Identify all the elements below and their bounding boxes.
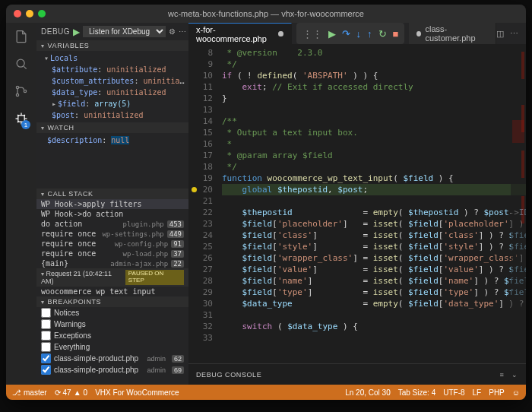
close-window-button[interactable] xyxy=(14,10,21,17)
code-line[interactable]: $field['value'] = isset( $field['value']… xyxy=(222,264,526,275)
line-number[interactable]: 10 xyxy=(188,70,213,81)
variable-row[interactable]: ▸$field: array(5) xyxy=(44,98,188,109)
line-number[interactable]: 21 xyxy=(188,195,213,207)
line-number[interactable]: 20 xyxy=(188,184,213,195)
line-number[interactable]: 18 xyxy=(188,161,213,173)
split-editor-icon[interactable]: ◫ xyxy=(496,29,504,39)
line-number[interactable]: 26 xyxy=(188,252,213,264)
callstack-row[interactable]: require_oncewp-settings.php449 xyxy=(36,229,188,239)
locals-header[interactable]: ▾Locals xyxy=(44,52,188,64)
breakpoint-checkbox[interactable] xyxy=(41,319,51,329)
code-line[interactable]: switch ( $data_type ) { xyxy=(222,321,526,332)
tab-main-file[interactable]: x-for-woocommerce.php xyxy=(188,23,292,44)
line-number[interactable]: 22 xyxy=(188,207,213,218)
code-line[interactable]: } xyxy=(222,93,526,104)
code-line[interactable] xyxy=(222,104,526,116)
line-number[interactable]: 28 xyxy=(188,275,213,287)
breakpoint-checkbox[interactable] xyxy=(41,365,51,375)
code-line[interactable]: $field['type'] = isset( $field['type'] )… xyxy=(222,287,526,298)
more-actions-icon[interactable]: ⋯ xyxy=(510,29,518,39)
callstack-current[interactable]: woocommerce_wp_text_input xyxy=(36,287,188,296)
code-line[interactable]: */ xyxy=(222,161,526,173)
line-number[interactable]: 16 xyxy=(188,138,213,150)
line-number[interactable]: 14 xyxy=(188,116,213,127)
variable-row[interactable]: $attribute: uninitialized xyxy=(44,64,188,75)
debug-console-panel[interactable]: DEBUG CONSOLE ≡ ⌄ xyxy=(188,363,526,385)
debug-icon[interactable] xyxy=(14,111,29,128)
breakpoint-checkbox[interactable] xyxy=(41,331,51,341)
language-mode[interactable]: PHP xyxy=(489,388,505,397)
breakpoint-checkbox[interactable] xyxy=(41,342,51,352)
maximize-window-button[interactable] xyxy=(38,10,46,17)
source-control-icon[interactable] xyxy=(14,84,29,100)
explorer-icon[interactable] xyxy=(14,29,29,46)
encoding[interactable]: UTF-8 xyxy=(443,388,464,397)
code-line[interactable]: $field['name'] = isset( $field['name'] )… xyxy=(222,275,526,287)
restart-button[interactable]: ↻ xyxy=(378,28,387,40)
minimize-window-button[interactable] xyxy=(26,10,33,17)
breakpoint-row[interactable]: class-simple-product.phpadmin69 xyxy=(36,364,188,376)
line-number[interactable]: 17 xyxy=(188,150,213,161)
callstack-section-header[interactable]: ▾CALL STACK xyxy=(36,189,188,199)
debug-more-icon[interactable]: ⋯ xyxy=(179,27,186,36)
line-number[interactable]: 32 xyxy=(188,321,213,332)
step-into-button[interactable]: ↓ xyxy=(356,28,362,40)
variable-row[interactable]: $post: uninitialized xyxy=(44,109,188,121)
code-line[interactable]: $field['class'] = isset( $field['class']… xyxy=(222,230,526,241)
code-line[interactable]: $field['placeholder'] = isset( $field['p… xyxy=(222,218,526,230)
line-number[interactable]: 9 xyxy=(188,59,213,70)
debug-settings-icon[interactable]: ⚙ xyxy=(169,27,176,36)
step-out-button[interactable]: ↑ xyxy=(367,28,372,40)
watch-row[interactable]: $description: null xyxy=(47,135,188,146)
line-number[interactable]: 30 xyxy=(188,298,213,309)
variable-row[interactable]: $custom_attributes: uninitialized xyxy=(44,75,188,87)
callstack-row[interactable]: do_actionplugin.php453 xyxy=(36,219,188,229)
line-number[interactable]: 11 xyxy=(188,81,213,93)
code-line[interactable]: $data_type = empty( $field['data_type'] … xyxy=(222,298,526,309)
start-debug-button[interactable]: ▶ xyxy=(73,27,80,37)
variable-row[interactable]: $data_type: uninitialized xyxy=(44,87,188,98)
line-number[interactable]: 24 xyxy=(188,230,213,241)
variables-section-header[interactable]: ▾VARIABLES xyxy=(36,40,188,51)
line-number[interactable]: 25 xyxy=(188,241,213,252)
breakpoint-row[interactable]: Exceptions xyxy=(36,330,188,341)
line-number[interactable]: 8 xyxy=(188,47,213,59)
callstack-row[interactable]: require_oncewp-config.php91 xyxy=(36,239,188,249)
code-line[interactable]: * xyxy=(222,138,526,150)
breakpoint-row[interactable]: Everything xyxy=(36,341,188,353)
code-line[interactable] xyxy=(222,195,526,207)
step-over-button[interactable]: ↷ xyxy=(342,28,350,40)
callstack-row[interactable]: {main}admin-ajax.php22 xyxy=(36,258,188,268)
code-line[interactable] xyxy=(222,332,526,344)
line-number[interactable]: 27 xyxy=(188,264,213,275)
stop-button[interactable]: ■ xyxy=(393,28,399,40)
drag-handle-icon[interactable]: ⋮⋮ xyxy=(302,28,322,40)
breakpoint-checkbox[interactable] xyxy=(41,353,51,363)
code-line[interactable] xyxy=(222,309,526,321)
line-number[interactable]: 23 xyxy=(188,218,213,230)
line-number[interactable]: 33 xyxy=(188,332,213,344)
search-icon[interactable] xyxy=(14,56,29,73)
code-editor[interactable]: 8910111213141516171819202122232425262728… xyxy=(188,44,526,363)
line-number[interactable]: 13 xyxy=(188,104,213,116)
debug-config-select[interactable]: Listen for XDebug xyxy=(83,26,166,37)
code-line[interactable]: * Output a text input box. xyxy=(222,127,526,138)
branch-indicator[interactable]: ⎇ master xyxy=(12,388,47,397)
breakpoints-section-header[interactable]: ▾BREAKPOINTS xyxy=(36,296,188,307)
callstack-row[interactable]: WP_Hook->do_action xyxy=(36,209,188,219)
minimap[interactable] xyxy=(511,44,526,363)
eol[interactable]: LF xyxy=(473,388,482,397)
code-line[interactable]: * @param array $field xyxy=(222,150,526,161)
request-row[interactable]: ▾ Request 21 (10:42:11 AM) PAUSED ON STE… xyxy=(36,268,188,287)
breakpoint-row[interactable]: Warnings xyxy=(36,319,188,330)
sync-indicator[interactable]: ⟳ 47 ▲ 0 xyxy=(55,388,88,397)
code-line[interactable]: $field['style'] = isset( $field['style']… xyxy=(222,241,526,252)
clear-console-icon[interactable]: ≡ xyxy=(500,371,505,379)
line-number[interactable]: 31 xyxy=(188,309,213,321)
code-line[interactable]: global $thepostid, $post; xyxy=(222,184,526,195)
line-number[interactable]: 29 xyxy=(188,287,213,298)
breakpoint-row[interactable]: Notices xyxy=(36,307,188,319)
tab-class-customer[interactable]: class-customer.php xyxy=(409,23,496,44)
code-line[interactable]: * @version 2.3.0 xyxy=(222,47,526,59)
code-line[interactable]: $thepostid = empty( $thepostid ) ? $post… xyxy=(222,207,526,218)
